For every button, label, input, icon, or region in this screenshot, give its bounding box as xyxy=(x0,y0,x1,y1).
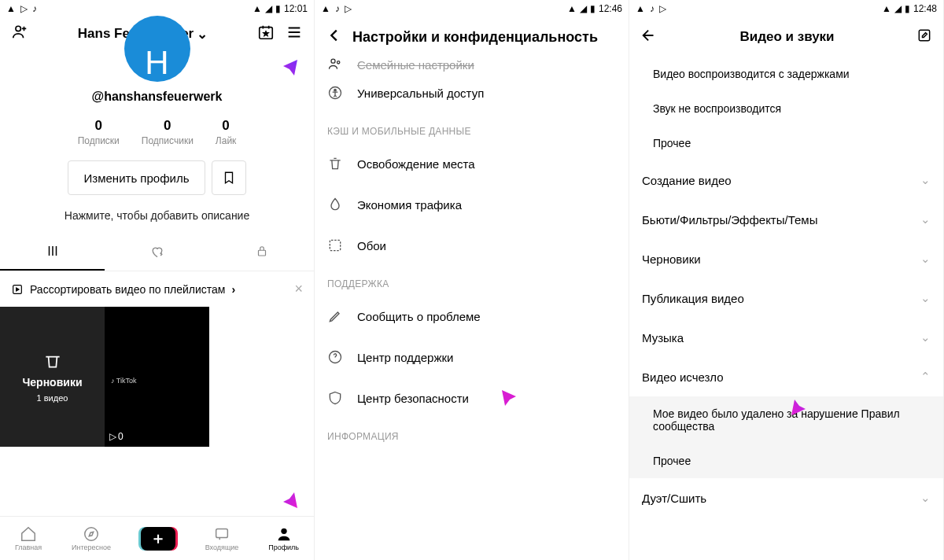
play-store-icon: ▷ xyxy=(659,3,666,14)
warning-icon: ▲ xyxy=(321,3,330,14)
svg-rect-2 xyxy=(258,250,265,256)
svg-point-6 xyxy=(281,529,286,534)
bio-hint[interactable]: Нажмите, чтобы добавить описание xyxy=(0,209,314,222)
nav-discover[interactable]: Интересное xyxy=(72,525,111,551)
bookmark-button[interactable] xyxy=(212,160,246,195)
tiktok-logo-small: ♪ xyxy=(111,377,115,385)
annotation-arrow-report xyxy=(496,385,540,429)
wifi-icon: ▲ xyxy=(882,3,891,14)
section-support: ПОДДЕРЖКА xyxy=(315,266,629,296)
chevron-down-icon: ⌄ xyxy=(920,252,931,266)
stat-likes[interactable]: 0Лайк xyxy=(216,118,237,146)
battery-icon: ▮ xyxy=(905,3,910,14)
wallpaper-icon xyxy=(327,238,343,253)
video-header: Видео и звуки xyxy=(629,17,943,57)
annotation-arrow-disappeared xyxy=(787,378,831,422)
clock-text: 12:48 xyxy=(913,3,937,14)
tiktok-status-icon: ♪ xyxy=(650,3,655,14)
annotation-arrow-menu xyxy=(260,55,304,99)
chevron-down-icon: ⌄ xyxy=(920,212,931,227)
chevron-down-icon: ⌄ xyxy=(920,491,931,505)
clock-text: 12:01 xyxy=(284,3,308,14)
setting-family[interactable]: Семейные настройки xyxy=(315,57,629,72)
sub-no-sound[interactable]: Звук не воспроизводится xyxy=(629,91,943,126)
signal-icon: ◢ xyxy=(894,3,902,14)
help-icon xyxy=(327,349,343,365)
play-icon: ▷ xyxy=(109,431,116,442)
stat-followers[interactable]: 0Подписчики xyxy=(142,118,194,146)
page-title: Видео и звуки xyxy=(658,29,916,45)
svg-point-8 xyxy=(337,61,340,63)
chevron-down-icon: ⌄ xyxy=(920,330,931,344)
add-user-icon[interactable] xyxy=(11,24,28,44)
svg-point-7 xyxy=(331,59,335,63)
tab-liked[interactable] xyxy=(105,236,209,271)
play-store-icon: ▷ xyxy=(345,3,352,14)
stat-following[interactable]: 0Подписки xyxy=(78,118,120,146)
play-store-icon: ▷ xyxy=(20,3,28,14)
close-icon[interactable]: × xyxy=(294,281,303,297)
menu-drafts[interactable]: Черновики⌄ xyxy=(629,239,943,278)
nav-home[interactable]: Главная xyxy=(15,525,42,551)
settings-header: Настройки и конфиденциальность xyxy=(315,17,629,57)
svg-rect-5 xyxy=(216,529,228,538)
tiktok-status-icon: ♪ xyxy=(335,3,340,14)
edit-profile-button[interactable]: Изменить профиль xyxy=(68,160,206,195)
svg-point-4 xyxy=(85,528,98,541)
nav-inbox[interactable]: Входящие xyxy=(205,525,239,551)
sub-other-2[interactable]: Прочее xyxy=(629,444,943,478)
video-tile[interactable]: ♪ TikTok ▷0 xyxy=(105,307,209,447)
signal-icon: ◢ xyxy=(265,3,272,14)
avatar[interactable]: H xyxy=(124,16,190,82)
edit-icon[interactable] xyxy=(916,28,932,46)
setting-data-saver[interactable]: Экономия трафика xyxy=(315,184,629,225)
hamburger-menu-icon[interactable] xyxy=(286,24,303,44)
setting-safety-center[interactable]: Центр безопасности xyxy=(315,378,629,418)
tiktok-status-icon: ♪ xyxy=(32,3,37,14)
setting-free-space[interactable]: Освобождение места xyxy=(315,143,629,184)
chevron-down-icon: ⌄ xyxy=(920,291,931,305)
drafts-tile[interactable]: Черновики 1 видео xyxy=(0,307,105,447)
setting-wallpaper[interactable]: Обои xyxy=(315,225,629,266)
setting-accessibility[interactable]: Универсальный доступ xyxy=(315,72,629,113)
menu-publish-video[interactable]: Публикация видео⌄ xyxy=(629,278,943,318)
setting-help-center[interactable]: Центр поддержки xyxy=(315,337,629,378)
status-bar: ▲ ▷ ♪ ▲ ◢ ▮ 12:01 xyxy=(0,0,314,17)
family-icon xyxy=(327,57,343,72)
nav-create[interactable]: ＋ xyxy=(141,527,175,551)
back-icon[interactable] xyxy=(640,27,658,47)
tab-private[interactable] xyxy=(209,236,314,271)
page-title: Настройки и конфиденциальность xyxy=(352,29,618,46)
tab-grid[interactable] xyxy=(0,236,105,271)
svg-point-0 xyxy=(16,26,20,31)
stats-row: 0Подписки 0Подписчики 0Лайк xyxy=(0,118,314,146)
wifi-icon: ▲ xyxy=(567,3,577,14)
chevron-down-icon: ⌄ xyxy=(197,26,208,42)
wifi-icon: ▲ xyxy=(253,3,262,14)
svg-rect-13 xyxy=(919,30,929,40)
sort-playlist-row[interactable]: Рассортировать видео по плейлистам › × xyxy=(0,271,314,307)
menu-create-video[interactable]: Создание видео⌄ xyxy=(629,160,943,200)
video-grid: Черновики 1 видео ♪ TikTok ▷0 xyxy=(0,307,314,447)
back-icon[interactable] xyxy=(326,27,343,47)
setting-report-problem[interactable]: Сообщить о проблеме xyxy=(315,296,629,337)
trash-icon xyxy=(327,156,343,171)
bottom-nav: Главная Интересное ＋ Входящие Профиль xyxy=(0,516,314,560)
warning-icon: ▲ xyxy=(636,3,645,14)
video-sounds-screen: ▲♪▷ ▲◢▮12:48 Видео и звуки Видео воспрои… xyxy=(629,0,944,560)
menu-duet-stitch[interactable]: Дуэт/Сшить⌄ xyxy=(629,478,943,518)
chevron-up-icon: ⌃ xyxy=(920,370,931,384)
clock-text: 12:46 xyxy=(599,3,622,14)
battery-icon: ▮ xyxy=(275,3,281,14)
calendar-star-icon[interactable] xyxy=(257,24,275,44)
menu-beauty-filters[interactable]: Бьюти/Фильтры/Эффекты/Темы⌄ xyxy=(629,200,943,239)
section-info: ИНФОРМАЦИЯ xyxy=(315,418,629,448)
annotation-arrow-profile xyxy=(260,469,304,513)
drop-icon xyxy=(327,197,343,212)
menu-music[interactable]: Музыка⌄ xyxy=(629,318,943,357)
nav-profile[interactable]: Профиль xyxy=(268,525,299,551)
svg-point-10 xyxy=(334,89,337,91)
sub-video-delay[interactable]: Видео воспроизводится с задержками xyxy=(629,57,943,91)
profile-tabs xyxy=(0,236,314,271)
sub-other-1[interactable]: Прочее xyxy=(629,126,943,160)
